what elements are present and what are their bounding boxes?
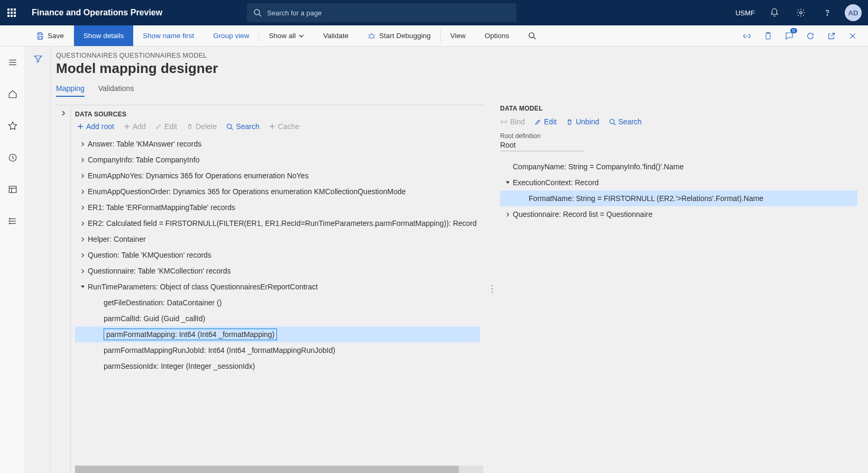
- svg-point-50: [492, 288, 493, 289]
- tree-row[interactable]: parmFormatMapping: Int64 (Int64 _formatM…: [75, 326, 480, 342]
- tree-row[interactable]: getFileDestination: DataContainer (): [75, 295, 480, 311]
- add-root-button[interactable]: Add root: [77, 122, 114, 131]
- tree-row[interactable]: CompanyName: String = CompanyInfo.'find(…: [500, 159, 857, 175]
- tree-row[interactable]: parmFormatMappingRunJobId: Int64 (Int64 …: [75, 342, 480, 358]
- tree-row[interactable]: EnumAppNoYes: Dynamics 365 for Operation…: [75, 168, 480, 184]
- start-debugging-button[interactable]: Start Debugging: [358, 25, 440, 46]
- tab-mapping[interactable]: Mapping: [56, 84, 85, 97]
- waffle-icon[interactable]: [6, 7, 17, 18]
- svg-line-20: [368, 37, 370, 38]
- modules-icon[interactable]: [3, 212, 22, 231]
- data-sources-tree[interactable]: Answer: Table 'KMAnswer' recordsCompanyI…: [75, 136, 483, 466]
- task-recorder-icon[interactable]: [760, 28, 776, 44]
- link-icon[interactable]: [739, 28, 755, 44]
- svg-point-49: [492, 285, 493, 286]
- show-details-button[interactable]: Show details: [74, 25, 134, 46]
- tree-row[interactable]: parmCallId: Guid (Guid _callId): [75, 311, 480, 326]
- close-icon[interactable]: [845, 28, 861, 44]
- company-code[interactable]: USMF: [735, 9, 755, 17]
- workspaces-icon[interactable]: [3, 180, 22, 199]
- root-definition-value[interactable]: Root: [500, 141, 585, 151]
- save-button[interactable]: Save: [26, 25, 73, 46]
- tree-row[interactable]: Helper: Container: [75, 231, 480, 247]
- chevron-right-icon[interactable]: [77, 237, 88, 242]
- notification-bell-icon[interactable]: [765, 4, 783, 22]
- chevron-right-icon[interactable]: [502, 212, 513, 217]
- tree-label: Answer: Table 'KMAnswer' records: [88, 140, 201, 148]
- data-model-tree[interactable]: CompanyName: String = CompanyInfo.'find(…: [500, 159, 857, 222]
- edit-button[interactable]: Edit: [534, 117, 557, 126]
- chevron-right-icon[interactable]: [77, 142, 88, 147]
- svg-point-16: [370, 34, 374, 38]
- svg-line-10: [259, 14, 261, 16]
- svg-point-38: [9, 219, 10, 220]
- tree-row[interactable]: Questionnaire: Table 'KMCollection' reco…: [75, 263, 480, 279]
- tree-label: getFileDestination: DataContainer (): [104, 298, 221, 307]
- tree-label: Helper: Container: [88, 235, 146, 243]
- pencil-icon: [534, 119, 541, 125]
- show-all-dropdown[interactable]: Show all: [259, 25, 313, 46]
- popout-icon[interactable]: [824, 28, 839, 44]
- data-model-header: DATA MODEL: [500, 105, 857, 112]
- filter-icon[interactable]: [33, 54, 43, 473]
- splitter-handle[interactable]: [484, 105, 500, 473]
- chevron-right-icon[interactable]: [77, 174, 88, 178]
- app-title: Finance and Operations Preview: [32, 8, 162, 17]
- tree-label: ExecutionContext: Record: [513, 178, 599, 187]
- user-avatar[interactable]: AD: [845, 4, 862, 21]
- gear-icon[interactable]: [792, 4, 810, 22]
- unbind-button[interactable]: Unbind: [566, 117, 599, 126]
- svg-rect-15: [39, 36, 41, 39]
- chevron-right-icon[interactable]: [77, 269, 88, 274]
- tree-row[interactable]: ER2: Calculated field = FIRSTORNULL(FILT…: [75, 215, 480, 231]
- options-button[interactable]: Options: [475, 25, 519, 46]
- horizontal-scrollbar[interactable]: [75, 466, 483, 473]
- view-button[interactable]: View: [441, 25, 475, 46]
- hamburger-icon[interactable]: [3, 53, 22, 72]
- help-icon[interactable]: [818, 4, 836, 22]
- tree-row[interactable]: Question: Table 'KMQuestion' records: [75, 247, 480, 263]
- plus-icon: [124, 123, 130, 130]
- svg-line-19: [374, 34, 375, 35]
- chevron-right-icon[interactable]: [77, 189, 88, 194]
- favorites-icon[interactable]: [3, 116, 22, 135]
- messages-icon[interactable]: 0: [781, 28, 797, 44]
- home-icon[interactable]: [3, 85, 22, 104]
- tree-row[interactable]: ER1: Table 'ERFormatMappingTable' record…: [75, 199, 480, 215]
- chevron-right-icon[interactable]: [77, 205, 88, 210]
- show-name-first-button[interactable]: Show name first: [133, 25, 204, 46]
- chevron-right-icon[interactable]: [77, 158, 88, 162]
- tree-row[interactable]: parmSessionIdx: Integer (Integer _sessio…: [75, 358, 480, 374]
- chevron-right-icon[interactable]: [77, 221, 88, 226]
- tree-row[interactable]: FormatName: String = FIRSTORNULL (ER2.'>…: [500, 190, 857, 206]
- tree-row[interactable]: CompanyInfo: Table CompanyInfo: [75, 152, 480, 168]
- bind-button: Bind: [500, 117, 525, 126]
- collapse-handle[interactable]: [56, 105, 71, 473]
- tree-row[interactable]: Questionnaire: Record list = Questionnai…: [500, 206, 857, 222]
- search-icon: [528, 32, 536, 40]
- search-button[interactable]: Search: [609, 117, 642, 126]
- chevron-right-icon[interactable]: [77, 253, 88, 258]
- search-button[interactable]: Search: [226, 122, 259, 131]
- chevron-down-icon[interactable]: [502, 180, 513, 185]
- debug-icon: [367, 32, 376, 40]
- trash-icon: [187, 123, 193, 130]
- chevron-down-icon[interactable]: [77, 285, 88, 289]
- svg-point-51: [492, 292, 493, 293]
- svg-rect-5: [14, 12, 16, 14]
- svg-point-45: [227, 124, 232, 128]
- global-search-input[interactable]: Search for a page: [247, 3, 516, 22]
- tree-row[interactable]: Answer: Table 'KMAnswer' records: [75, 136, 480, 152]
- tab-validations[interactable]: Validations: [98, 84, 134, 97]
- tree-label: CompanyName: String = CompanyInfo.'find(…: [513, 162, 684, 171]
- svg-line-46: [231, 128, 233, 129]
- validate-button[interactable]: Validate: [313, 25, 358, 46]
- group-view-button[interactable]: Group view: [204, 25, 258, 46]
- command-search-button[interactable]: [519, 25, 546, 46]
- tree-row[interactable]: EnumAppQuestionOrder: Dynamics 365 for O…: [75, 184, 480, 199]
- tree-row[interactable]: RunTimeParameters: Object of class Quest…: [75, 279, 480, 295]
- global-search-placeholder: Search for a page: [267, 9, 321, 17]
- recent-icon[interactable]: [3, 148, 22, 167]
- refresh-icon[interactable]: [802, 28, 818, 44]
- tree-row[interactable]: ExecutionContext: Record: [500, 175, 857, 190]
